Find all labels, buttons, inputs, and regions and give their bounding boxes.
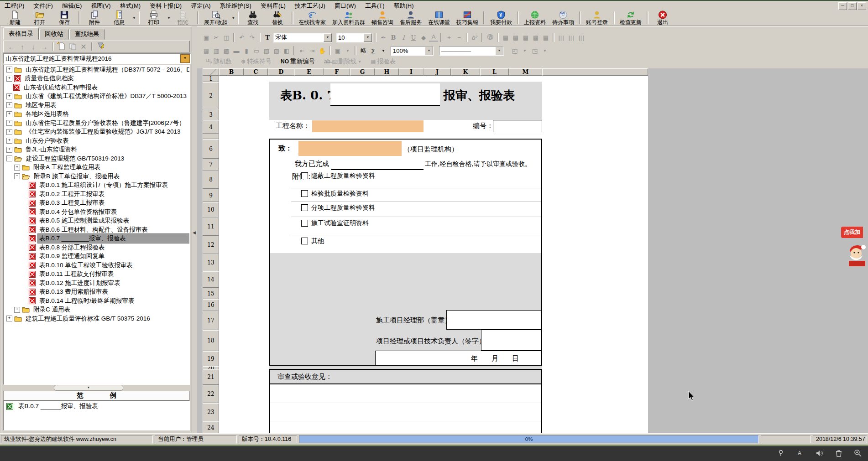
borders-dropdown-icon[interactable]: ▼ [343,46,352,55]
column-header-K[interactable]: K [451,68,480,76]
tree-item[interactable]: +地区专用表 [4,101,189,110]
line-style-dropdown-icon[interactable]: ▼ [495,47,503,55]
border-box2-dropdown-icon[interactable]: ▼ [540,46,549,55]
replace-button[interactable]: 替换 [265,10,290,26]
catalog-select[interactable]: 山东省建筑工程施工资料管理规程2016 ▼ [3,53,191,64]
redo-icon[interactable]: ↷ [247,33,256,42]
split-cells-icon[interactable]: ▥ [212,46,221,55]
autosum-icon[interactable]: Σ [369,46,378,55]
row-header-19[interactable]: 19 [203,351,219,366]
menu-item-11[interactable]: 窗口(W) [330,1,361,10]
row-header-20[interactable]: 20 [203,366,219,369]
row-header-7[interactable]: 7 [203,159,219,171]
autosum-dropdown-icon[interactable]: ▼ [379,46,388,55]
indent-increase-icon[interactable]: ⇥ [308,46,317,55]
number-field[interactable] [493,120,542,132]
insert-col-icon[interactable]: ▮ [242,46,251,55]
tree-item[interactable]: 表B.0.9 监理通知回复单 [4,252,189,261]
filter-icon[interactable] [97,41,106,52]
tree-item[interactable]: −附录B 施工单位报审、报验用表 [4,172,189,181]
row-header-18[interactable]: 18 [203,330,219,351]
form-title-blank[interactable] [330,83,440,106]
column-header-H[interactable]: H [375,68,399,76]
row-header-23[interactable]: 23 [203,403,219,421]
service-button[interactable]: 售后服务 [397,10,425,26]
row-header-1[interactable]: 1 [203,76,219,82]
tree-item[interactable]: +《住宅室内装饰装修工程质量验收规范》JGJ/T 304-2013 [4,128,189,137]
align-distribute-icon[interactable]: ▤ [541,33,550,42]
column-header-L[interactable]: L [480,68,509,76]
exit-button[interactable]: 退出 [650,10,675,26]
tree-item[interactable]: 表B.0.4 分包单位资格报审表 [4,207,189,217]
tree-item[interactable]: 表B.0.11 工程款支付报审表 [4,270,189,279]
paste-form-icon[interactable] [68,42,77,52]
update-button[interactable]: 检查更新 [617,10,645,26]
menu-item-5[interactable]: 格式(M) [115,1,146,10]
border-box-dropdown-icon[interactable]: ▼ [520,46,529,55]
magnifier-icon[interactable] [854,449,862,458]
hand-icon[interactable]: ✋ [318,46,327,55]
tree-item[interactable]: 表B.0.1 施工组织设计/（专项）施工方案报审表 [4,181,189,190]
catalog-dropdown-icon[interactable]: ▼ [180,54,190,63]
nav-right-icon[interactable]: → [40,43,48,51]
bold-icon[interactable]: B [389,33,398,42]
merge-cells-icon[interactable]: ▦ [202,46,211,55]
row-header-2[interactable]: 2 [203,82,219,109]
expand-icon[interactable]: + [6,111,12,117]
undo-icon[interactable]: ↶ [237,33,246,42]
column-header-F[interactable]: F [324,68,350,76]
tree-item[interactable]: 表B.0.7 ________报审、报验表 [4,234,189,243]
tips-button[interactable]: 技巧集锦 [453,10,481,26]
tree-item[interactable]: +山东分户验收表 [4,136,189,145]
menu-item-2[interactable]: 文件(F) [29,1,58,10]
group-button[interactable]: 加入资料员群 [329,10,368,26]
minimize-button[interactable]: ─ [838,2,847,10]
font-select[interactable]: 宋体 ▼ [273,33,332,42]
row-header-12[interactable]: 12 [203,236,219,254]
trash-icon[interactable] [836,450,842,458]
border-box2-icon[interactable]: ◳ [530,46,539,55]
expand-icon[interactable]: + [6,120,12,126]
row-header-11[interactable]: 11 [203,218,219,236]
select-all-corner[interactable] [203,68,219,76]
align-left-icon[interactable]: ▤ [501,33,510,42]
menu-item-4[interactable]: 视图(V) [86,1,115,10]
ie-button[interactable]: e在线找专家 [295,10,329,26]
vertical-text3-icon[interactable]: ||| [577,33,586,42]
nav-left-icon[interactable]: ← [7,43,16,51]
shade-icon[interactable]: ▧ [272,46,281,55]
expand-icon[interactable]: + [6,67,12,73]
menu-item-7[interactable]: 评定(A) [186,1,215,10]
open-folder-button[interactable]: 打开 [27,10,52,26]
tree-item[interactable]: 山东省优质结构工程申报表 [4,83,189,92]
font-color-icon[interactable]: A [429,33,438,42]
copy-icon[interactable]: ▣ [202,33,211,42]
lock-cell-icon[interactable]: ◧ [282,46,291,55]
example-list[interactable]: 表B.0.7 ______报审、报验表 [3,400,190,430]
tree-item[interactable]: 表B.0.6 工程材料、构配件、设备报审表 [4,225,189,234]
tree-item[interactable]: +山东省住宅工程质量分户验收表格（鲁建建字[2006]27号） [4,119,189,128]
column-header-M[interactable]: M [509,68,542,76]
tree-item[interactable]: 表B.0.8 分部工程报验表 [4,243,189,252]
expand-icon[interactable]: + [6,129,12,135]
vertical-text-icon[interactable]: ||| [557,33,566,42]
borders-icon[interactable]: ▣ [333,46,342,55]
tree-item[interactable]: 表B.0.13 费用索赔报审表 [4,288,189,297]
collapse-icon[interactable]: − [6,155,12,161]
tree-item[interactable]: +建筑工程施工质量评价标准 GB/T 50375-2016 [4,314,189,323]
expand-icon[interactable]: + [14,165,20,171]
catalog-tree[interactable]: +山东省建筑工程施工资料管理规程（DB37/T 5072－2016、DB37/T… [3,65,190,385]
column-header-D[interactable]: D [268,68,294,76]
example-item[interactable]: 表B.0.7 ______报审、报验表 [4,401,189,410]
menu-item-10[interactable]: 技术工艺(J) [290,1,330,10]
paste-icon[interactable]: ◫ [222,33,231,42]
promo-santa[interactable] [845,241,868,268]
find-button[interactable]: 查找 [241,10,265,26]
row-header-24[interactable]: 24 [203,421,219,434]
nav-up-icon[interactable]: ↑ [18,43,26,51]
column-header-G[interactable]: G [350,68,375,76]
save-button[interactable]: 保存 [52,10,77,26]
row-header-6[interactable]: 6 [203,139,219,159]
tree-item[interactable]: +山东省《建筑工程优质结构评价标准》DB37／T 5000-2013 [4,92,189,101]
expand-icon[interactable]: + [6,138,12,144]
